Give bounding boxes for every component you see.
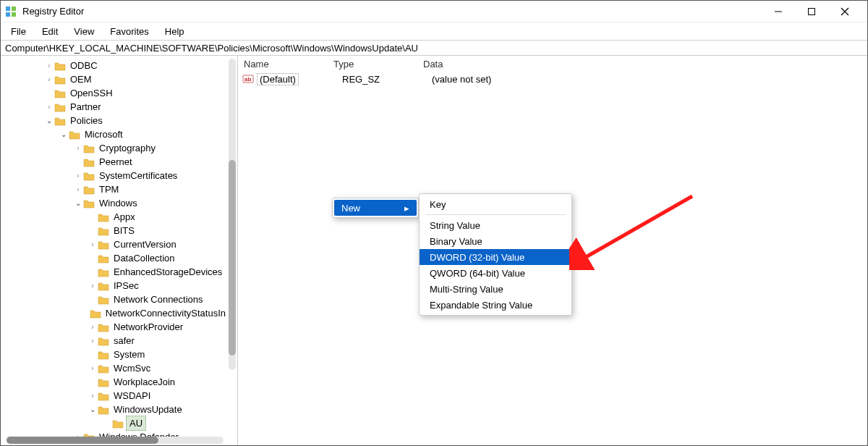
tree-label: SystemCertificates	[98, 169, 179, 182]
tree-item-currentversion[interactable]: › CurrentVersion	[5, 237, 227, 251]
scrollbar-thumb[interactable]	[7, 437, 158, 444]
tree-item-peernet[interactable]: Peernet	[5, 155, 227, 169]
chevron-right-icon[interactable]: ›	[88, 237, 98, 251]
tree-item-enhancedstoragedevices[interactable]: EnhancedStorageDevices	[5, 265, 227, 279]
folder-icon	[83, 157, 95, 167]
tree-item-networkprovider[interactable]: › NetworkProvider	[5, 320, 227, 334]
tree-item-bits[interactable]: BITS	[5, 224, 227, 237]
tree-item-cryptography[interactable]: › Cryptography	[5, 141, 227, 155]
maximize-button[interactable]	[795, 1, 828, 22]
svg-rect-0	[6, 7, 10, 11]
context-item-label: Expandable String Value	[430, 300, 532, 311]
tree-item-wcmsvc[interactable]: › WcmSvc	[5, 361, 227, 375]
chevron-right-icon[interactable]: ›	[44, 59, 54, 72]
tree-item-windows[interactable]: ⌄ Windows	[5, 196, 227, 210]
menu-view[interactable]: View	[67, 25, 101, 38]
folder-icon	[98, 226, 109, 236]
folder-icon	[54, 61, 66, 71]
chevron-down-icon[interactable]: ⌄	[59, 127, 69, 141]
tree-item-odbc[interactable]: › ODBC	[5, 59, 227, 72]
chevron-down-icon[interactable]: ⌄	[44, 114, 54, 127]
chevron-right-icon[interactable]: ›	[88, 361, 98, 375]
value-row-default[interactable]: ab (Default) REG_SZ (value not set)	[238, 72, 867, 86]
address-bar[interactable]: Computer\HKEY_LOCAL_MACHINE\SOFTWARE\Pol…	[1, 40, 867, 56]
tree-label: Appx	[112, 210, 137, 224]
context-item-dword-value[interactable]: DWORD (32-bit) Value	[420, 249, 571, 265]
folder-icon	[98, 405, 109, 415]
tree-item-oem[interactable]: › OEM	[5, 72, 227, 86]
menu-help[interactable]: Help	[158, 25, 192, 38]
chevron-down-icon[interactable]: ⌄	[73, 196, 83, 210]
scrollbar-thumb[interactable]	[229, 160, 236, 355]
chevron-down-icon[interactable]: ⌄	[88, 403, 98, 416]
context-item-expandable-string-value[interactable]: Expandable String Value	[420, 297, 571, 313]
tree-item-openssh[interactable]: OpenSSH	[5, 86, 227, 100]
column-header-type[interactable]: Type	[328, 57, 417, 71]
address-text: Computer\HKEY_LOCAL_MACHINE\SOFTWARE\Pol…	[5, 43, 418, 54]
context-item-label: DWORD (32-bit) Value	[430, 252, 524, 263]
tree-item-wsdapi[interactable]: › WSDAPI	[5, 389, 227, 403]
tree-item-ipsec[interactable]: › IPSec	[5, 279, 227, 293]
tree-label: ODBC	[69, 59, 99, 72]
minimize-button[interactable]	[762, 1, 795, 22]
folder-icon	[83, 198, 95, 209]
tree-item-appx[interactable]: Appx	[5, 210, 227, 224]
tree-item-systemcertificates[interactable]: › SystemCertificates	[5, 169, 227, 182]
folder-icon	[98, 322, 109, 332]
context-item-string-value[interactable]: String Value	[420, 217, 571, 233]
app-icon	[5, 6, 17, 17]
menu-favorites[interactable]: Favorites	[103, 25, 156, 38]
chevron-right-icon[interactable]: ›	[73, 169, 83, 182]
chevron-right-icon[interactable]: ›	[44, 72, 54, 86]
context-item-key[interactable]: Key	[420, 196, 571, 212]
chevron-right-icon[interactable]: ›	[44, 100, 54, 114]
svg-rect-2	[6, 12, 10, 17]
tree-item-policies[interactable]: ⌄ Policies	[5, 114, 227, 127]
chevron-right-icon[interactable]: ›	[73, 141, 83, 155]
tree-item-workplacejoin[interactable]: WorkplaceJoin	[5, 375, 227, 389]
chevron-right-icon[interactable]: ›	[88, 320, 98, 334]
context-item-label: String Value	[430, 220, 480, 231]
tree-label: WorkplaceJoin	[112, 375, 176, 389]
context-menu-item-new[interactable]: New ▸	[334, 200, 417, 216]
chevron-right-icon[interactable]: ›	[88, 334, 98, 348]
chevron-right-icon[interactable]: ›	[73, 182, 83, 196]
tree-horizontal-scrollbar[interactable]	[7, 437, 224, 444]
tree-item-partner[interactable]: › Partner	[5, 100, 227, 114]
value-data: (value not set)	[432, 74, 867, 85]
context-item-qword-value[interactable]: QWORD (64-bit) Value	[420, 265, 571, 281]
column-header-data[interactable]: Data	[417, 57, 867, 71]
tree-pane: › ODBC › OEM OpenSSH › Partner ⌄	[1, 56, 238, 446]
tree-item-system[interactable]: System	[5, 348, 227, 361]
tree-item-networkconnectivitystatus[interactable]: NetworkConnectivityStatusIn	[5, 306, 227, 320]
context-item-multistring-value[interactable]: Multi-String Value	[420, 281, 571, 297]
folder-icon	[98, 212, 109, 222]
chevron-right-icon[interactable]: ›	[88, 389, 98, 403]
tree-label: BITS	[112, 224, 136, 237]
tree-label: DataCollection	[112, 251, 176, 265]
tree-label: Peernet	[98, 155, 134, 169]
folder-icon	[69, 130, 80, 140]
tree-item-au[interactable]: AU	[5, 416, 227, 430]
tree-item-safer[interactable]: › safer	[5, 334, 227, 348]
close-button[interactable]	[828, 1, 861, 22]
folder-icon	[98, 363, 109, 374]
folder-icon	[98, 281, 109, 291]
menu-separator	[425, 214, 566, 215]
folder-icon	[90, 308, 101, 319]
folder-icon	[83, 143, 95, 153]
folder-icon	[112, 418, 124, 429]
folder-icon	[98, 267, 109, 277]
menu-file[interactable]: File	[4, 25, 33, 38]
context-menu-label: New	[341, 203, 360, 214]
tree-item-windowsupdate[interactable]: ⌄ WindowsUpdate	[5, 403, 227, 416]
tree-item-networkconnections[interactable]: Network Connections	[5, 293, 227, 306]
chevron-right-icon[interactable]: ›	[88, 279, 98, 293]
tree-item-tpm[interactable]: › TPM	[5, 182, 227, 196]
menu-edit[interactable]: Edit	[35, 25, 65, 38]
column-header-name[interactable]: Name	[238, 57, 328, 71]
context-item-binary-value[interactable]: Binary Value	[420, 233, 571, 249]
tree-item-datacollection[interactable]: DataCollection	[5, 251, 227, 265]
tree-vertical-scrollbar[interactable]	[229, 59, 236, 370]
tree-item-microsoft[interactable]: ⌄ Microsoft	[5, 127, 227, 141]
